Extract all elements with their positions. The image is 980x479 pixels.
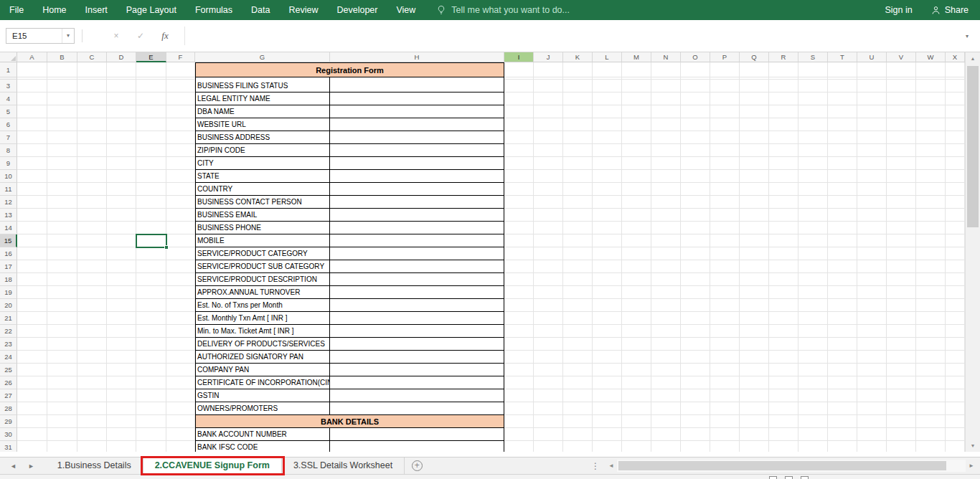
cell-W13[interactable] [916, 209, 946, 222]
row-header-7[interactable]: 7 [0, 131, 17, 144]
cell-D5[interactable] [107, 105, 136, 118]
cell-S11[interactable] [798, 183, 828, 196]
cell-X20[interactable] [946, 299, 965, 312]
cell-U6[interactable] [857, 118, 887, 131]
cell-W18[interactable] [916, 273, 946, 286]
cell-L24[interactable] [593, 351, 622, 364]
cell-A27[interactable] [17, 389, 47, 402]
cell-B3[interactable] [47, 80, 77, 93]
cell-U28[interactable] [857, 402, 887, 415]
cell-F8[interactable] [166, 144, 195, 157]
form-input-cell-country[interactable] [330, 183, 504, 196]
row-header-30[interactable]: 30 [0, 428, 17, 441]
cell-R4[interactable] [769, 93, 798, 105]
cell-W16[interactable] [916, 247, 946, 260]
cell-M12[interactable] [622, 196, 651, 209]
scroll-down-icon[interactable]: ▼ [966, 440, 980, 452]
sign-in-button[interactable]: Sign in [885, 5, 912, 15]
cell-B6[interactable] [47, 118, 77, 131]
cell-V7[interactable] [887, 131, 916, 144]
cell-B25[interactable] [47, 364, 77, 376]
cell-F16[interactable] [166, 247, 195, 260]
cell-R18[interactable] [769, 273, 798, 286]
sheet-tab-3-ssl-details-worksheet[interactable]: 3.SSL Details Worksheet [282, 457, 405, 474]
cell-T23[interactable] [828, 338, 857, 351]
cell-F28[interactable] [166, 402, 195, 415]
cell-U12[interactable] [857, 196, 887, 209]
cell-P1[interactable] [710, 62, 740, 77]
form-input-cell-business-phone[interactable] [330, 222, 504, 234]
cell-U21[interactable] [857, 312, 887, 325]
row-header-6[interactable]: 6 [0, 118, 17, 131]
cell-M18[interactable] [622, 273, 651, 286]
cell-T8[interactable] [828, 144, 857, 157]
cell-X15[interactable] [946, 234, 965, 247]
cell-A29[interactable] [17, 415, 47, 428]
cell-W5[interactable] [916, 105, 946, 118]
cell-W3[interactable] [916, 80, 946, 93]
cell-O14[interactable] [681, 222, 710, 234]
cell-X5[interactable] [946, 105, 965, 118]
cell-O18[interactable] [681, 273, 710, 286]
cell-K24[interactable] [563, 351, 593, 364]
share-button[interactable]: Share [931, 5, 969, 15]
cell-V26[interactable] [887, 376, 916, 389]
cell-W20[interactable] [916, 299, 946, 312]
cell-O23[interactable] [681, 338, 710, 351]
cell-N14[interactable] [651, 222, 681, 234]
cell-S24[interactable] [798, 351, 828, 364]
cell-B18[interactable] [47, 273, 77, 286]
form-input-cell-business-email[interactable] [330, 209, 504, 222]
cell-Q8[interactable] [740, 144, 769, 157]
cell-Q5[interactable] [740, 105, 769, 118]
cell-P28[interactable] [710, 402, 740, 415]
name-box-dropdown-icon[interactable]: ▾ [62, 29, 74, 43]
cell-Q9[interactable] [740, 157, 769, 170]
cell-X1[interactable] [946, 62, 965, 77]
cancel-icon[interactable]: × [105, 31, 127, 41]
cell-D23[interactable] [107, 338, 136, 351]
row-header-4[interactable]: 4 [0, 93, 17, 105]
cell-U24[interactable] [857, 351, 887, 364]
cell-O5[interactable] [681, 105, 710, 118]
cell-W31[interactable] [916, 441, 946, 452]
cell-T26[interactable] [828, 376, 857, 389]
cell-U17[interactable] [857, 260, 887, 273]
cell-K25[interactable] [563, 364, 593, 376]
form-input-cell-service-product-category[interactable] [330, 247, 504, 260]
cell-Q19[interactable] [740, 286, 769, 299]
cell-A25[interactable] [17, 364, 47, 376]
cell-J29[interactable] [534, 415, 563, 428]
cell-V11[interactable] [887, 183, 916, 196]
cell-O29[interactable] [681, 415, 710, 428]
cell-D22[interactable] [107, 325, 136, 338]
cell-O22[interactable] [681, 325, 710, 338]
cell-X17[interactable] [946, 260, 965, 273]
cell-J12[interactable] [534, 196, 563, 209]
cell-P8[interactable] [710, 144, 740, 157]
cell-K5[interactable] [563, 105, 593, 118]
cell-E23[interactable] [136, 338, 166, 351]
cell-W11[interactable] [916, 183, 946, 196]
cell-Q3[interactable] [740, 80, 769, 93]
cell-M26[interactable] [622, 376, 651, 389]
cell-I9[interactable] [504, 157, 534, 170]
row-header-18[interactable]: 18 [0, 273, 17, 286]
form-input-cell-certificate-of-incorporation-cin[interactable] [330, 376, 504, 389]
cell-W26[interactable] [916, 376, 946, 389]
cell-K15[interactable] [563, 234, 593, 247]
cell-C14[interactable] [77, 222, 107, 234]
cell-S16[interactable] [798, 247, 828, 260]
cell-W14[interactable] [916, 222, 946, 234]
cell-I29[interactable] [504, 415, 534, 428]
row-header-14[interactable]: 14 [0, 222, 17, 234]
cell-U22[interactable] [857, 325, 887, 338]
cell-A20[interactable] [17, 299, 47, 312]
form-label-cell-website-url[interactable]: WEBSITE URL [195, 118, 330, 131]
cell-N25[interactable] [651, 364, 681, 376]
cell-B10[interactable] [47, 170, 77, 183]
cell-P6[interactable] [710, 118, 740, 131]
cell-R12[interactable] [769, 196, 798, 209]
column-header-L[interactable]: L [593, 52, 622, 62]
cell-A13[interactable] [17, 209, 47, 222]
